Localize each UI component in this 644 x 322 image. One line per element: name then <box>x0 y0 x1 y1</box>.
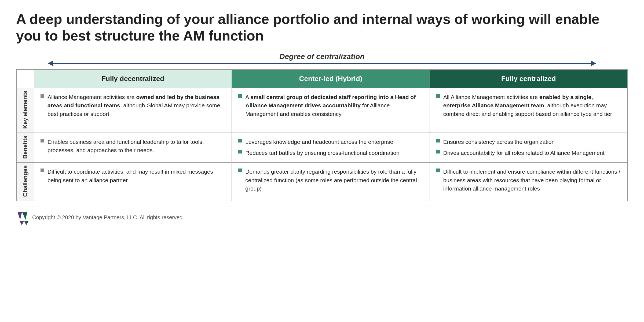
bullet-icon <box>238 94 242 98</box>
bullet-icon <box>41 139 44 142</box>
bullet-text: All Alliance Management activities are e… <box>443 93 621 118</box>
header-hybrid: Center-led (Hybrid) <box>232 69 430 88</box>
bullet-text: Alliance Management activities are owned… <box>47 93 225 118</box>
page-title: A deep understanding of your alliance po… <box>16 11 628 44</box>
bullet-text: Demands greater clarity regarding respon… <box>245 167 423 193</box>
bullet-icon <box>238 150 242 153</box>
row-label-challenges: Challenges <box>17 163 34 201</box>
bullet-icon <box>436 139 440 142</box>
cell-2-1: Demands greater clarity regarding respon… <box>232 163 430 201</box>
svg-marker-4 <box>24 221 29 225</box>
bullet-icon <box>238 169 242 172</box>
bullet-item: Difficult to coordinate activities, and … <box>41 167 225 184</box>
bullet-item: Difficult to implement and ensure compli… <box>436 167 621 193</box>
header-empty-cell <box>17 69 34 88</box>
bullet-item: A small central group of dedicated staff… <box>238 93 423 118</box>
cell-1-2: Ensures consistency across the organizat… <box>430 133 627 163</box>
header-decentralized: Fully decentralized <box>34 69 232 88</box>
cell-0-2: All Alliance Management activities are e… <box>430 88 627 133</box>
degree-of-centralization-arrow <box>48 63 596 64</box>
row-label-key-elements: Key elements <box>17 88 34 133</box>
bullet-text: Leverages knowledge and headcount across… <box>245 138 423 146</box>
svg-marker-1 <box>17 212 22 220</box>
cell-2-0: Difficult to coordinate activities, and … <box>34 163 232 201</box>
bullet-icon <box>436 94 440 98</box>
bullet-item: Enables business area and functional lea… <box>41 138 225 155</box>
cell-2-2: Difficult to implement and ensure compli… <box>430 163 627 201</box>
bullet-item: Reduces turf battles by ensuring cross-f… <box>238 149 423 157</box>
bullet-item: All Alliance Management activities are e… <box>436 93 621 118</box>
bullet-icon <box>41 94 44 98</box>
cell-1-1: Leverages knowledge and headcount across… <box>232 133 430 163</box>
copyright-text: Copyright © 2020 by Vantage Partners, LL… <box>32 214 184 221</box>
bullet-text: Drives accountability for all roles rela… <box>443 149 621 157</box>
bullet-icon <box>436 169 440 172</box>
bullet-text: Enables business area and functional lea… <box>47 138 225 155</box>
cell-0-0: Alliance Management activities are owned… <box>34 88 232 133</box>
header-centralized: Fully centralized <box>430 69 627 88</box>
bullet-item: Drives accountability for all roles rela… <box>436 149 621 157</box>
bullet-item: Demands greater clarity regarding respon… <box>238 167 423 193</box>
bullet-item: Ensures consistency across the organizat… <box>436 138 621 146</box>
bullet-text: Reduces turf battles by ensuring cross-f… <box>245 149 423 157</box>
subtitle: Degree of centralization <box>16 52 628 61</box>
svg-marker-3 <box>20 221 24 225</box>
bullet-text: Difficult to coordinate activities, and … <box>47 167 225 184</box>
vantage-partners-logo <box>16 210 32 226</box>
bullet-text: A small central group of dedicated staff… <box>245 93 423 118</box>
bullet-text: Ensures consistency across the organizat… <box>443 138 621 146</box>
cell-1-0: Enables business area and functional lea… <box>34 133 232 163</box>
bullet-icon <box>436 150 440 153</box>
footer: Copyright © 2020 by Vantage Partners, LL… <box>16 207 628 228</box>
comparison-table: Fully decentralized Center-led (Hybrid) … <box>16 69 628 201</box>
cell-0-1: A small central group of dedicated staff… <box>232 88 430 133</box>
bullet-item: Leverages knowledge and headcount across… <box>238 138 423 146</box>
bullet-item: Alliance Management activities are owned… <box>41 93 225 118</box>
row-label-benefits: Benefits <box>17 133 34 163</box>
bullet-text: Difficult to implement and ensure compli… <box>443 167 621 193</box>
bullet-icon <box>41 169 44 172</box>
svg-marker-2 <box>22 212 27 220</box>
bullet-icon <box>238 139 242 142</box>
